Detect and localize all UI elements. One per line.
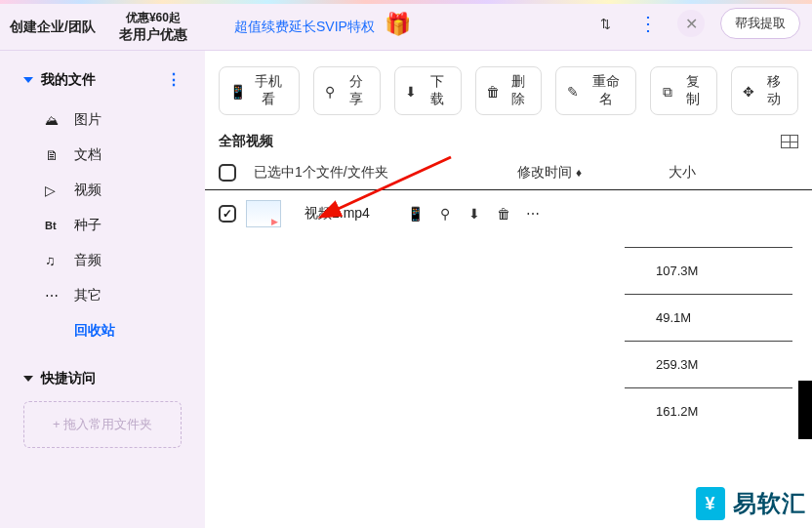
list-header: 已选中1个文件/文件夹 修改时间 ♦ 大小 (205, 156, 812, 190)
audio-icon: ♫ (45, 253, 62, 268)
column-size[interactable]: 大小 (669, 164, 696, 182)
size-value: 49.1M (625, 294, 792, 341)
size-value: 161.2M (625, 387, 792, 434)
delete-button[interactable]: 🗑 删除 (475, 66, 543, 115)
more-icon: ⋯ (45, 288, 62, 304)
watermark: ¥ 易软汇 (696, 487, 806, 520)
move-button[interactable]: ✥ 移动 (731, 66, 798, 115)
more-actions-icon[interactable]: ⋯ (524, 206, 542, 222)
download-icon[interactable]: ⬇ (466, 206, 483, 222)
content-mask (219, 229, 627, 483)
sidebar-item-audio[interactable]: ♫ 音频 (45, 243, 182, 278)
my-files-title[interactable]: 我的文件 (41, 71, 96, 89)
download-icon: ⬇ (405, 84, 419, 98)
quick-access-title[interactable]: 快捷访问 (41, 370, 96, 387)
copy-button[interactable]: ⧉ 复制 (650, 66, 717, 115)
view-toggle-icon[interactable] (781, 135, 798, 148)
trash-icon: 🗑 (486, 84, 500, 98)
select-all-checkbox[interactable] (219, 164, 236, 182)
gift-icon: 🎁 (385, 12, 411, 36)
share-icon[interactable]: ⚲ (436, 206, 454, 222)
bt-icon: Bt (45, 220, 62, 231)
rename-button[interactable]: ✎ 重命名 (555, 66, 636, 115)
size-column: 107.3M 49.1M 259.3M 161.2M (625, 247, 792, 434)
sidebar-item-bt[interactable]: Bt 种子 (45, 208, 182, 243)
video-thumbnail (246, 200, 281, 227)
file-checkbox[interactable] (219, 205, 236, 223)
help-input[interactable]: 帮我提取 (720, 8, 800, 39)
quick-access-dropzone[interactable]: + 拖入常用文件夹 (23, 401, 182, 448)
menu-more-icon[interactable]: ⋮ (634, 10, 662, 37)
download-button[interactable]: ⬇ 下载 (394, 66, 462, 115)
copy-icon: ⧉ (661, 84, 674, 98)
transfer-icon[interactable]: ⇅ (591, 10, 619, 37)
watermark-icon: ¥ (696, 487, 725, 520)
sort-icon: ♦ (576, 166, 582, 180)
user-promo-button[interactable]: 优惠¥60起 老用户优惠 (119, 10, 187, 44)
picture-icon: ⛰ (45, 112, 62, 128)
share-icon: ⚲ (324, 84, 338, 98)
file-name[interactable]: 视频1.mp4 (304, 205, 370, 223)
my-files-menu-icon[interactable]: ⋮ (166, 70, 182, 89)
scrollbar[interactable] (798, 381, 812, 439)
video-icon: ▷ (45, 183, 62, 198)
size-value: 107.3M (625, 247, 792, 294)
breadcrumb-all-video[interactable]: 全部视频 (219, 133, 273, 150)
size-value: 259.3M (625, 341, 792, 387)
sidebar-item-recycle-bin[interactable]: 回收站 (45, 313, 182, 348)
share-button[interactable]: ⚲ 分享 (313, 66, 381, 115)
selection-count: 已选中1个文件/文件夹 (254, 164, 388, 182)
move-icon: ✥ (742, 84, 755, 98)
close-icon[interactable]: ✕ (677, 10, 705, 37)
phone-icon: 📱 (229, 84, 243, 98)
svip-promo-link[interactable]: 超值续费延长SVIP特权 🎁 (234, 12, 411, 37)
sidebar-item-other[interactable]: ⋯ 其它 (45, 278, 182, 313)
phone-icon[interactable]: 📱 (407, 206, 425, 222)
document-icon: 🗎 (45, 147, 62, 163)
sidebar-item-documents[interactable]: 🗎 文档 (45, 138, 182, 173)
sidebar-item-videos[interactable]: ▷ 视频 (45, 173, 182, 208)
caret-down-icon (23, 376, 33, 382)
phone-view-button[interactable]: 📱 手机看 (219, 66, 300, 115)
trash-icon[interactable]: 🗑 (495, 206, 512, 222)
create-org-button[interactable]: 创建企业/团队 (10, 19, 96, 36)
caret-down-icon (23, 77, 33, 83)
sidebar-item-pictures[interactable]: ⛰ 图片 (45, 102, 182, 138)
rename-icon: ✎ (566, 84, 580, 98)
column-modified[interactable]: 修改时间 ♦ (517, 164, 582, 182)
